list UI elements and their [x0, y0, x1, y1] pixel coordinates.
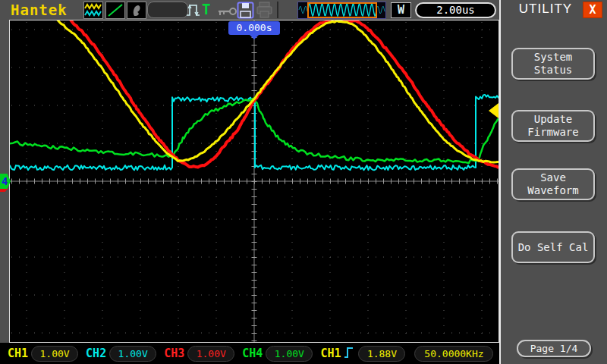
readout-box-empty	[147, 2, 188, 18]
hand-icon[interactable]	[127, 2, 146, 19]
timebase-readout: 2.00us	[415, 2, 496, 18]
zoom-window-indicator[interactable]	[307, 2, 377, 18]
toolbar-separator	[277, 2, 278, 18]
do-self-cal-button[interactable]: Do Self Cal	[511, 231, 595, 263]
update-firmware-button[interactable]: Update Firmware	[511, 110, 595, 142]
ch3-label[interactable]: CH3	[164, 347, 184, 360]
ch2-label[interactable]: CH2	[86, 347, 106, 360]
toolbar: Hantek T	[0, 0, 499, 20]
menu-title: UTILITY	[511, 2, 580, 17]
window-mode-indicator: W	[391, 2, 411, 18]
ch1-scale[interactable]: 1.00V	[31, 346, 78, 362]
time-offset-tag: 0.000s	[228, 21, 280, 35]
status-bar: CH1 1.00V CH2 1.00V CH3 1.00V CH4 1.00V …	[0, 343, 499, 364]
trigger-level-readout[interactable]: 1.88V	[358, 346, 405, 362]
key-icon[interactable]	[217, 5, 237, 20]
ch4-label[interactable]: CH4	[242, 347, 263, 360]
page-button[interactable]: Page 1/4	[517, 340, 591, 357]
ch1-label[interactable]: CH1	[8, 347, 28, 360]
rising-edge-icon	[344, 345, 355, 362]
channel-waves-icon[interactable]	[83, 2, 103, 19]
pulse-icon[interactable]	[186, 2, 200, 22]
ch4-scale[interactable]: 1.00V	[266, 346, 313, 362]
ch2-scale[interactable]: 1.00V	[109, 346, 156, 362]
waveform-preview	[297, 2, 386, 19]
ramp-icon[interactable]	[105, 2, 125, 19]
oscilloscope-screen: Hantek T	[0, 0, 607, 364]
save-waveform-button[interactable]: Save Waveform	[511, 168, 595, 200]
scope-display: 0.000s	[10, 20, 498, 342]
save-floppy-icon[interactable]	[237, 2, 254, 22]
system-status-button[interactable]: System Status	[511, 48, 595, 80]
trigger-t-label: T	[202, 1, 210, 17]
ch3-scale[interactable]: 1.00V	[187, 346, 234, 362]
close-icon[interactable]: X	[583, 2, 602, 18]
print-icon[interactable]	[256, 2, 273, 21]
waveform-plot	[10, 20, 498, 342]
trigger-source-label[interactable]: CH1	[320, 347, 341, 360]
trigger-frequency-readout: 50.0000KHz	[414, 346, 493, 362]
utility-menu: UTILITY X System Status Update Firmware …	[499, 0, 607, 364]
hantek-logo: Hantek	[11, 2, 68, 18]
channel4-position-marker[interactable]: 4	[0, 174, 11, 189]
